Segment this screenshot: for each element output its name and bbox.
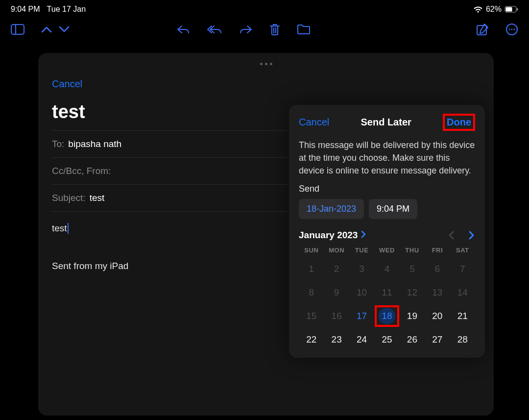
more-icon[interactable] bbox=[505, 23, 518, 36]
calendar-day: 15 bbox=[299, 308, 324, 324]
calendar-day: 14 bbox=[450, 284, 475, 301]
calendar-day[interactable]: 18 bbox=[374, 308, 399, 324]
send-date-chip[interactable]: 18-Jan-2023 bbox=[299, 199, 364, 219]
calendar-day: 13 bbox=[425, 284, 450, 301]
sheet-grabber[interactable] bbox=[38, 63, 494, 65]
svg-rect-2 bbox=[517, 8, 518, 11]
popover-description: This message will be delivered by this d… bbox=[299, 139, 475, 177]
chevron-down-icon[interactable] bbox=[59, 26, 70, 33]
battery-icon bbox=[505, 6, 518, 13]
calendar-day[interactable]: 20 bbox=[425, 308, 450, 324]
battery-percent: 62% bbox=[486, 5, 502, 14]
svg-rect-3 bbox=[11, 25, 24, 34]
next-month-button[interactable] bbox=[468, 230, 475, 240]
reply-icon[interactable] bbox=[176, 24, 190, 35]
calendar-day: 1 bbox=[299, 261, 324, 277]
body-text: test bbox=[52, 222, 67, 236]
calendar-day[interactable]: 26 bbox=[400, 331, 425, 348]
calendar-day: 6 bbox=[425, 261, 450, 277]
calendar-day: 9 bbox=[324, 284, 349, 301]
calendar-dow: MON bbox=[324, 247, 349, 254]
send-label: Send bbox=[299, 184, 475, 194]
calendar-dow: SAT bbox=[450, 247, 475, 254]
subject-value[interactable]: test bbox=[90, 193, 105, 203]
calendar-day[interactable]: 28 bbox=[450, 331, 475, 348]
calendar-day: 7 bbox=[450, 261, 475, 277]
forward-icon[interactable] bbox=[239, 24, 253, 35]
popover-title: Send Later bbox=[361, 117, 411, 128]
send-time-chip[interactable]: 9:04 PM bbox=[369, 199, 417, 219]
calendar-month-label: January 2023 bbox=[299, 230, 358, 241]
status-bar: 9:04 PM Tue 17 Jan 62% bbox=[0, 0, 529, 15]
calendar-day: 10 bbox=[349, 284, 374, 301]
ccbcc-label[interactable]: Cc/Bcc, From: bbox=[52, 166, 111, 176]
calendar-dow: TUE bbox=[349, 247, 374, 254]
calendar-day[interactable]: 22 bbox=[299, 331, 324, 348]
wifi-icon bbox=[473, 6, 483, 13]
chevron-up-icon[interactable] bbox=[41, 26, 52, 33]
subject-label: Subject: bbox=[52, 193, 86, 203]
calendar-day: 11 bbox=[374, 284, 399, 301]
svg-point-7 bbox=[509, 29, 510, 30]
send-later-popover: Cancel Send Later Done This message will… bbox=[289, 105, 485, 358]
done-highlight: Done bbox=[443, 114, 475, 131]
sidebar-toggle-icon[interactable] bbox=[11, 24, 24, 35]
compose-icon[interactable] bbox=[476, 23, 489, 36]
calendar-day: 12 bbox=[400, 284, 425, 301]
mail-toolbar bbox=[0, 15, 529, 44]
calendar-dow: FRI bbox=[425, 247, 450, 254]
calendar-month-button[interactable]: January 2023 bbox=[299, 230, 366, 241]
prev-month-button[interactable] bbox=[448, 230, 455, 240]
folder-icon[interactable] bbox=[297, 24, 311, 35]
calendar-day[interactable]: 21 bbox=[450, 308, 475, 324]
calendar-dow: THU bbox=[400, 247, 425, 254]
compose-sheet: Cancel test To: bipasha nath Cc/Bcc, Fro… bbox=[38, 53, 494, 416]
chevron-right-icon bbox=[361, 230, 366, 241]
to-recipient[interactable]: bipasha nath bbox=[68, 139, 121, 149]
cancel-button[interactable]: Cancel bbox=[52, 78, 82, 90]
calendar-day[interactable]: 17 bbox=[349, 308, 374, 324]
calendar-day[interactable]: 27 bbox=[425, 331, 450, 348]
reply-all-icon[interactable] bbox=[207, 24, 222, 35]
popover-cancel-button[interactable]: Cancel bbox=[299, 117, 329, 128]
calendar-day: 5 bbox=[400, 261, 425, 277]
trash-icon[interactable] bbox=[269, 23, 280, 36]
svg-point-9 bbox=[514, 29, 515, 30]
text-cursor bbox=[68, 223, 69, 234]
to-label: To: bbox=[52, 139, 64, 149]
calendar-day[interactable]: 19 bbox=[400, 308, 425, 324]
calendar-day: 8 bbox=[299, 284, 324, 301]
calendar-day: 16 bbox=[324, 308, 349, 324]
svg-rect-1 bbox=[506, 7, 512, 12]
calendar-dow: WED bbox=[374, 247, 399, 254]
done-button[interactable]: Done bbox=[447, 117, 471, 128]
calendar: January 2023 SUNMONTUEWEDTHUFRISAT123456… bbox=[299, 230, 475, 348]
calendar-day: 4 bbox=[374, 261, 399, 277]
calendar-dow: SUN bbox=[299, 247, 324, 254]
status-time: 9:04 PM bbox=[11, 5, 40, 14]
svg-point-8 bbox=[511, 29, 513, 30]
calendar-day[interactable]: 24 bbox=[349, 331, 374, 348]
calendar-day[interactable]: 25 bbox=[374, 331, 399, 348]
status-date: Tue 17 Jan bbox=[47, 5, 86, 14]
calendar-day: 3 bbox=[349, 261, 374, 277]
calendar-day: 2 bbox=[324, 261, 349, 277]
calendar-day[interactable]: 23 bbox=[324, 331, 349, 348]
